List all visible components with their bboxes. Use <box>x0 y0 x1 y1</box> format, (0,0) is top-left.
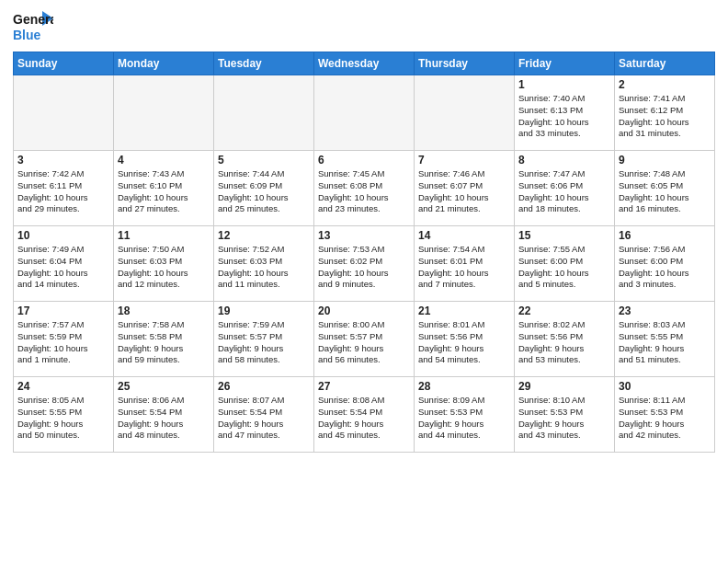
logo-svg: GeneralBlue <box>13 9 53 44</box>
day-number: 8 <box>518 154 610 167</box>
calendar-cell: 2Sunrise: 7:41 AM Sunset: 6:12 PM Daylig… <box>615 75 715 151</box>
day-number: 7 <box>418 154 510 167</box>
cell-info: Sunrise: 7:56 AM Sunset: 6:00 PM Dayligh… <box>619 244 711 291</box>
week-row-1: 1Sunrise: 7:40 AM Sunset: 6:13 PM Daylig… <box>14 75 715 151</box>
cell-info: Sunrise: 8:09 AM Sunset: 5:53 PM Dayligh… <box>418 395 510 442</box>
cell-info: Sunrise: 7:53 AM Sunset: 6:02 PM Dayligh… <box>318 244 410 291</box>
cell-info: Sunrise: 8:05 AM Sunset: 5:55 PM Dayligh… <box>17 395 109 442</box>
day-number: 22 <box>518 304 610 317</box>
cell-info: Sunrise: 7:58 AM Sunset: 5:58 PM Dayligh… <box>118 319 210 366</box>
logo: GeneralBlue <box>13 9 53 44</box>
day-number: 12 <box>218 229 310 242</box>
calendar-cell: 14Sunrise: 7:54 AM Sunset: 6:01 PM Dayli… <box>415 226 515 302</box>
week-row-2: 3Sunrise: 7:42 AM Sunset: 6:11 PM Daylig… <box>14 151 715 226</box>
day-number: 2 <box>619 78 711 91</box>
day-number: 19 <box>218 304 310 317</box>
week-row-5: 24Sunrise: 8:05 AM Sunset: 5:55 PM Dayli… <box>14 377 715 453</box>
calendar-cell: 4Sunrise: 7:43 AM Sunset: 6:10 PM Daylig… <box>114 151 214 226</box>
calendar-cell: 27Sunrise: 8:08 AM Sunset: 5:54 PM Dayli… <box>314 377 415 453</box>
calendar-cell: 7Sunrise: 7:46 AM Sunset: 6:07 PM Daylig… <box>415 151 515 226</box>
weekday-header-saturday: Saturday <box>615 52 715 75</box>
cell-info: Sunrise: 7:50 AM Sunset: 6:03 PM Dayligh… <box>118 244 210 291</box>
day-number: 26 <box>218 380 310 393</box>
calendar-cell: 24Sunrise: 8:05 AM Sunset: 5:55 PM Dayli… <box>14 377 114 453</box>
day-number: 1 <box>518 78 610 91</box>
calendar-table: SundayMondayTuesdayWednesdayThursdayFrid… <box>13 52 715 453</box>
day-number: 17 <box>17 304 109 317</box>
day-number: 25 <box>118 380 210 393</box>
page: GeneralBlue SundayMondayTuesdayWednesday… <box>0 0 728 563</box>
day-number: 23 <box>619 304 711 317</box>
weekday-header-tuesday: Tuesday <box>214 52 314 75</box>
calendar-cell: 13Sunrise: 7:53 AM Sunset: 6:02 PM Dayli… <box>314 226 415 302</box>
calendar-cell: 30Sunrise: 8:11 AM Sunset: 5:53 PM Dayli… <box>615 377 715 453</box>
calendar-cell: 8Sunrise: 7:47 AM Sunset: 6:06 PM Daylig… <box>515 151 615 226</box>
cell-info: Sunrise: 7:40 AM Sunset: 6:13 PM Dayligh… <box>518 93 610 140</box>
cell-info: Sunrise: 8:06 AM Sunset: 5:54 PM Dayligh… <box>118 395 210 442</box>
day-number: 30 <box>619 380 711 393</box>
calendar-cell <box>114 75 214 151</box>
day-number: 14 <box>418 229 510 242</box>
day-number: 10 <box>17 229 109 242</box>
cell-info: Sunrise: 8:02 AM Sunset: 5:56 PM Dayligh… <box>518 319 610 366</box>
calendar-cell: 1Sunrise: 7:40 AM Sunset: 6:13 PM Daylig… <box>515 75 615 151</box>
calendar-cell: 17Sunrise: 7:57 AM Sunset: 5:59 PM Dayli… <box>14 302 114 377</box>
weekday-header-monday: Monday <box>114 52 214 75</box>
day-number: 5 <box>218 154 310 167</box>
day-number: 15 <box>518 229 610 242</box>
cell-info: Sunrise: 7:47 AM Sunset: 6:06 PM Dayligh… <box>518 168 610 215</box>
calendar-cell: 9Sunrise: 7:48 AM Sunset: 6:05 PM Daylig… <box>615 151 715 226</box>
calendar-cell: 3Sunrise: 7:42 AM Sunset: 6:11 PM Daylig… <box>14 151 114 226</box>
day-number: 6 <box>318 154 410 167</box>
calendar-cell: 23Sunrise: 8:03 AM Sunset: 5:55 PM Dayli… <box>615 302 715 377</box>
cell-info: Sunrise: 7:59 AM Sunset: 5:57 PM Dayligh… <box>218 319 310 366</box>
calendar-cell: 21Sunrise: 8:01 AM Sunset: 5:56 PM Dayli… <box>415 302 515 377</box>
day-number: 29 <box>518 380 610 393</box>
cell-info: Sunrise: 7:41 AM Sunset: 6:12 PM Dayligh… <box>619 93 711 140</box>
cell-info: Sunrise: 7:45 AM Sunset: 6:08 PM Dayligh… <box>318 168 410 215</box>
cell-info: Sunrise: 7:54 AM Sunset: 6:01 PM Dayligh… <box>418 244 510 291</box>
calendar-cell <box>314 75 415 151</box>
calendar-cell: 11Sunrise: 7:50 AM Sunset: 6:03 PM Dayli… <box>114 226 214 302</box>
weekday-header-wednesday: Wednesday <box>314 52 415 75</box>
calendar-cell: 5Sunrise: 7:44 AM Sunset: 6:09 PM Daylig… <box>214 151 314 226</box>
cell-info: Sunrise: 7:52 AM Sunset: 6:03 PM Dayligh… <box>218 244 310 291</box>
cell-info: Sunrise: 8:10 AM Sunset: 5:53 PM Dayligh… <box>518 395 610 442</box>
day-number: 21 <box>418 304 510 317</box>
calendar-cell: 28Sunrise: 8:09 AM Sunset: 5:53 PM Dayli… <box>415 377 515 453</box>
day-number: 3 <box>17 154 109 167</box>
svg-text:Blue: Blue <box>13 28 41 42</box>
week-row-3: 10Sunrise: 7:49 AM Sunset: 6:04 PM Dayli… <box>14 226 715 302</box>
day-number: 11 <box>118 229 210 242</box>
cell-info: Sunrise: 8:07 AM Sunset: 5:54 PM Dayligh… <box>218 395 310 442</box>
calendar-cell: 19Sunrise: 7:59 AM Sunset: 5:57 PM Dayli… <box>214 302 314 377</box>
day-number: 28 <box>418 380 510 393</box>
weekday-header-sunday: Sunday <box>14 52 114 75</box>
cell-info: Sunrise: 7:55 AM Sunset: 6:00 PM Dayligh… <box>518 244 610 291</box>
calendar-cell: 20Sunrise: 8:00 AM Sunset: 5:57 PM Dayli… <box>314 302 415 377</box>
calendar-cell: 10Sunrise: 7:49 AM Sunset: 6:04 PM Dayli… <box>14 226 114 302</box>
calendar-cell: 18Sunrise: 7:58 AM Sunset: 5:58 PM Dayli… <box>114 302 214 377</box>
header: GeneralBlue <box>13 9 715 44</box>
calendar-cell <box>14 75 114 151</box>
day-number: 20 <box>318 304 410 317</box>
calendar-cell: 25Sunrise: 8:06 AM Sunset: 5:54 PM Dayli… <box>114 377 214 453</box>
day-number: 4 <box>118 154 210 167</box>
cell-info: Sunrise: 7:43 AM Sunset: 6:10 PM Dayligh… <box>118 168 210 215</box>
week-row-4: 17Sunrise: 7:57 AM Sunset: 5:59 PM Dayli… <box>14 302 715 377</box>
day-number: 24 <box>17 380 109 393</box>
calendar-cell: 6Sunrise: 7:45 AM Sunset: 6:08 PM Daylig… <box>314 151 415 226</box>
cell-info: Sunrise: 8:11 AM Sunset: 5:53 PM Dayligh… <box>619 395 711 442</box>
calendar-cell: 29Sunrise: 8:10 AM Sunset: 5:53 PM Dayli… <box>515 377 615 453</box>
calendar-cell: 12Sunrise: 7:52 AM Sunset: 6:03 PM Dayli… <box>214 226 314 302</box>
cell-info: Sunrise: 7:44 AM Sunset: 6:09 PM Dayligh… <box>218 168 310 215</box>
cell-info: Sunrise: 7:49 AM Sunset: 6:04 PM Dayligh… <box>17 244 109 291</box>
cell-info: Sunrise: 8:00 AM Sunset: 5:57 PM Dayligh… <box>318 319 410 366</box>
day-number: 18 <box>118 304 210 317</box>
weekday-header-friday: Friday <box>515 52 615 75</box>
cell-info: Sunrise: 8:01 AM Sunset: 5:56 PM Dayligh… <box>418 319 510 366</box>
day-number: 9 <box>619 154 711 167</box>
weekday-header-thursday: Thursday <box>415 52 515 75</box>
weekday-header-row: SundayMondayTuesdayWednesdayThursdayFrid… <box>14 52 715 75</box>
day-number: 16 <box>619 229 711 242</box>
